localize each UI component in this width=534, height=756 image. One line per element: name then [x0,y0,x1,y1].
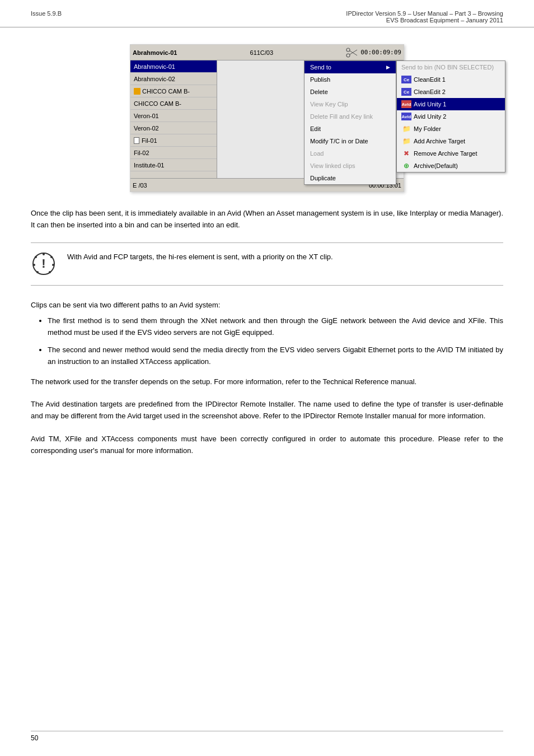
clip-name: Fil-02 [134,150,149,156]
clip-row-veron1[interactable]: Veron-01 [130,110,217,122]
page-header: Issue 5.9.B IPDirector Version 5.9 – Use… [0,0,534,27]
folder-icon: 📁 [401,125,411,133]
svg-point-9 [52,264,54,266]
submenu-item-label: Remove Archive Target [414,150,477,157]
clip-name: Veron-01 [134,113,159,119]
cleanedit1-icon: Ce [401,76,411,83]
note-icon-container: ! [31,251,56,277]
clip-row-fil1[interactable]: Fil-01 [130,134,217,147]
remove-archive-icon: ✖ [401,150,411,157]
para2: The Avid destination targets are predefi… [31,399,503,422]
app-main: Abrahmovic-01 Abrahmovic-02 CHICCO CAM B… [130,60,404,178]
svg-text:!: ! [41,256,45,270]
submenu-item-avid1[interactable]: Avid Avid Unity 1 [397,98,505,110]
clip-name: Institute-01 [134,162,164,169]
clip-row-chicco2[interactable]: CHICCO CAM B- [130,97,217,110]
menu-item-label: Delete Fill and Key link [310,113,373,120]
menu-item-label: Send to [310,64,331,71]
menu-item-view-key[interactable]: View Key Clip [305,98,396,110]
clip-row-chicco1[interactable]: CHICCO CAM B- [130,85,217,97]
submenu-item-no-bin[interactable]: Send to bin (NO BIN SELECTED) [397,61,505,73]
archive-default-icon: ⊕ [401,162,411,170]
bullet-item-2: The second and newer method would send t… [48,344,503,368]
svg-line-2 [350,50,358,55]
issue-label: Issue 5.9.B [31,10,62,17]
submenu-item-my-folder[interactable]: 📁 My Folder [397,123,505,135]
clip-panel: Abrahmovic-01 Abrahmovic-02 CHICCO CAM B… [130,60,217,178]
submenu-item-remove-archive[interactable]: ✖ Remove Archive Target [397,147,505,160]
submenu-item-label: Archive(Default) [414,162,458,169]
svg-point-0 [346,48,350,52]
menu-item-view-linked[interactable]: View linked clips [305,160,396,172]
avid1-icon: Avid [401,100,411,108]
submenu-item-avid2[interactable]: Avid Avid Unity 2 [397,110,505,123]
bullet-section: The first method is to send them through… [31,315,503,367]
context-area: Send to ▶ Publish Delete View Key Clip [217,60,404,178]
submenu-item-label: Avid Unity 1 [414,101,447,108]
add-archive-icon: 📁 [401,137,411,145]
submenu-item-add-archive[interactable]: 📁 Add Archive Target [397,135,505,147]
submenu-item-label: CleanEdit 1 [414,76,446,83]
page-footer: 50 [31,731,503,742]
avid2-icon: Avid [401,113,411,120]
submenu-item-label: My Folder [414,125,441,132]
body-text-1: Once the clip has been sent, it is immed… [31,208,503,231]
menu-item-label: Load [310,150,324,157]
body-text-2: Clips can be sent via two different path… [31,300,503,311]
submenu-arrow: ▶ [386,64,390,70]
svg-point-8 [50,256,53,258]
bullet-item-1: The first method is to send them through… [48,315,503,339]
svg-point-7 [43,253,45,255]
app-code: 611C/03 [250,49,274,56]
clip-name: Fil-01 [142,137,157,144]
svg-point-1 [346,54,350,57]
menu-item-delete-fill[interactable]: Delete Fill and Key link [305,110,396,123]
clip-row-institute[interactable]: Institute-01 [130,159,217,171]
submenu-item-archive-default[interactable]: ⊕ Archive(Default) [397,160,505,172]
doc-icon [134,137,139,144]
warning-icon: ! [32,252,55,276]
menu-item-load[interactable]: Load [305,147,396,160]
clip-row-veron2[interactable]: Veron-02 [130,122,217,134]
menu-item-label: Duplicate [310,175,336,181]
header-right: IPDirector Version 5.9 – User Manual – P… [346,10,503,24]
bullet-list: The first method is to send them through… [48,315,503,367]
menu-item-label: View Key Clip [310,101,348,108]
clip-name: Abrahmovic-02 [134,76,175,82]
submenu: Send to bin (NO BIN SELECTED) Ce CleanEd… [396,60,505,172]
submenu-item-cleanedit2[interactable]: Ce CleanEdit 2 [397,86,505,98]
svg-rect-4 [134,88,140,95]
clip-name: CHICCO CAM B- [134,100,181,107]
menu-item-modify-tc[interactable]: Modify T/C in or Date [305,135,396,147]
menu-item-label: Edit [310,125,321,132]
menu-item-edit[interactable]: Edit [305,123,396,135]
svg-point-10 [49,271,51,273]
para1: The network used for the transfer depend… [31,376,503,388]
clip-icon-scissors [134,88,140,95]
clip-row-abrahmovic01[interactable]: Abrahmovic-01 [130,60,217,73]
bottom-code: E /03 [133,182,147,189]
menu-item-duplicate[interactable]: Duplicate [305,172,396,184]
menu-item-label: Publish [310,76,330,83]
clip-name: Veron-02 [134,125,159,132]
svg-line-3 [350,50,358,55]
screenshot-container: Abrahmovic-01 611C/03 00:00:09:09 [31,44,503,192]
note-text: With Avid and FCP targets, the hi-res el… [67,251,503,263]
svg-point-13 [35,256,37,258]
app-title: Abrahmovic-01 [133,49,177,56]
clip-row-fil2[interactable]: Fil-02 [130,147,217,159]
clip-row-abrahmovic02[interactable]: Abrahmovic-02 [130,73,217,85]
menu-item-label: View linked clips [310,162,355,169]
menu-item-send-to[interactable]: Send to ▶ [305,61,396,73]
clip-name: CHICCO CAM B- [142,88,190,95]
svg-point-11 [36,271,39,273]
menu-item-label: Delete [310,88,328,95]
submenu-item-label: Send to bin (NO BIN SELECTED) [401,64,494,71]
menu-item-publish[interactable]: Publish [305,73,396,86]
menu-item-delete[interactable]: Delete [305,86,396,98]
submenu-item-cleanedit1[interactable]: Ce CleanEdit 1 [397,73,505,86]
submenu-item-label: Add Archive Target [414,138,465,144]
app-icon-area: 00:00:09:09 [346,48,401,58]
svg-point-12 [33,264,35,266]
note-box: ! With Avid and FCP targets, the hi-res … [31,242,503,286]
